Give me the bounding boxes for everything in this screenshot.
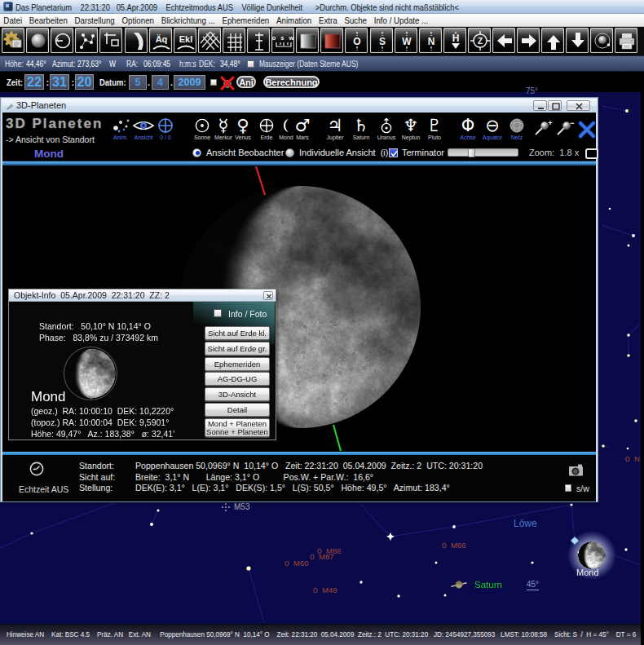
mauszeiger-checkbox[interactable] — [247, 60, 254, 68]
toolbar-button-time[interactable] — [51, 28, 73, 53]
planet-uranus[interactable]: Uranus — [373, 117, 400, 141]
date-dot-2: . — [170, 77, 173, 87]
dialog-button-detail[interactable]: Detail — [205, 403, 270, 417]
toolbar-button-pan-right[interactable] — [517, 28, 540, 53]
menu-item-blickrichtung[interactable]: Blickrichtung ... — [157, 15, 218, 25]
toolbar-button-dir-east[interactable]: O — [345, 28, 368, 53]
radio-individuelle-ansicht-label: Individuelle Ansicht (i) — [299, 148, 388, 157]
toolbar-button-dir-north[interactable]: N — [419, 28, 442, 53]
info-foto-checkbox[interactable] — [214, 309, 222, 317]
sw-checkbox[interactable] — [565, 484, 571, 492]
toolbar-button-ekliptik-grid[interactable]: Ekl — [174, 28, 196, 53]
month-input[interactable]: 4 — [152, 75, 169, 90]
star-15 — [632, 234, 635, 237]
zoom-slider[interactable] — [448, 148, 518, 157]
frame-icon — [100, 29, 123, 54]
menu-item-suche[interactable]: Suche — [341, 15, 370, 25]
time-colon-1: : — [46, 77, 50, 87]
berechnung-button[interactable]: Berechnung — [263, 76, 320, 88]
menu-item-extra[interactable]: Extra — [315, 15, 341, 25]
menu-item-datei[interactable]: Datei — [0, 15, 25, 25]
time-date-bar: Zeit: 22 : 31 : 20 Datum: 5 . 4 . 2009 A… — [0, 72, 644, 92]
toolbar-button-moon-phase[interactable] — [125, 28, 148, 53]
netz-tool[interactable]: Netz — [503, 117, 531, 141]
toolbar-button-zenith[interactable]: Z — [468, 28, 491, 53]
svg-text:Z: Z — [478, 37, 483, 46]
zoom-slider-thumb[interactable] — [468, 148, 475, 157]
toolbar-button-pan-left[interactable] — [492, 28, 515, 53]
status-row-1: Sicht auf:Breite: 3,1° N Länge: 3,1° O P… — [2, 472, 596, 483]
menu-item-bearbeiten[interactable]: Bearbeiten — [25, 15, 71, 25]
planet-pluto[interactable]: ♇Pluto — [421, 117, 448, 141]
maximize-button[interactable] — [548, 100, 562, 111]
toolbar-button-red-dome[interactable] — [320, 28, 343, 53]
toolbar-button-aequator-grid[interactable]: Äq — [149, 28, 172, 53]
menu-item-infoupdate[interactable]: Info / Update ... — [370, 15, 431, 25]
toolbar-button-print[interactable] — [615, 28, 637, 53]
menu-item-darstellung[interactable]: Darstellung — [71, 15, 118, 25]
animation-checkbox[interactable] — [210, 79, 217, 86]
netz-tool-icon — [503, 117, 531, 135]
ani-button[interactable]: Ani — [236, 76, 256, 88]
reset-tool[interactable]: 0 / 0 — [152, 117, 179, 141]
dialog-button-3d-ansicht[interactable]: 3D-Ansicht — [205, 387, 270, 401]
toolbar-button-net-diagonal[interactable] — [198, 28, 221, 53]
status-row-2-label: Stellung: — [79, 483, 112, 493]
second-input[interactable]: 20 — [75, 74, 94, 90]
window-title: 3D-Planeten — [16, 100, 66, 110]
day-input[interactable]: 5 — [129, 75, 147, 90]
terminator-checkbox[interactable] — [389, 148, 398, 157]
toolbar-button-horizon-down[interactable]: H — [443, 28, 466, 53]
planet-pluto-label: Pluto — [421, 135, 448, 141]
radio-ansicht-beobachter[interactable] — [192, 148, 201, 157]
toolbar-button-settings[interactable] — [2, 28, 24, 53]
toolbar-button-orbit-view[interactable] — [590, 28, 613, 53]
aequator-tool[interactable]: ⊖Äquator — [479, 117, 506, 141]
close-button[interactable] — [567, 100, 590, 111]
constellation-line-10 — [602, 225, 633, 236]
zoom-out-tool[interactable]: − — [550, 119, 578, 142]
menu-item-animation[interactable]: Animation — [273, 15, 315, 25]
toolbar-button-horizon-pole[interactable] — [247, 28, 270, 53]
dialog-close-button[interactable] — [263, 291, 273, 300]
toolbar-button-planet-sphere[interactable] — [26, 28, 49, 53]
planet-saturn[interactable]: ♄Saturn — [347, 117, 375, 141]
zoom-level-text: Zoom: 1.8 x — [529, 148, 579, 157]
minute-input[interactable]: 31 — [50, 74, 69, 90]
toolbar-button-dir-west[interactable]: W — [395, 28, 417, 53]
dialog-button-ag-dg-ug[interactable]: AG-DG-UG — [205, 372, 270, 386]
dialog-title-bar[interactable]: Objekt-Info 05.Apr.2009 22:31:20 ZZ: 2 — [9, 289, 276, 302]
menu-item-optionen[interactable]: Optionen — [118, 15, 157, 25]
toolbar-button-pan-down[interactable] — [566, 28, 589, 53]
fullscreen-icon[interactable] — [585, 148, 598, 159]
menu-item-ephemeriden[interactable]: Ephemeriden — [218, 15, 273, 25]
constellation-line-1 — [32, 503, 114, 533]
minimize-button[interactable] — [533, 100, 547, 111]
toolbar-button-compass-ribbon[interactable]: o s w — [271, 28, 294, 53]
app-title: Das Planetarium 22:31:20 05.Apr.2009 Ech… — [15, 2, 459, 12]
achse-tool[interactable]: ΦAchse — [454, 117, 482, 141]
year-input[interactable]: 2009 — [174, 75, 205, 90]
planet-mars-label: Mars — [289, 135, 316, 141]
stop-icon[interactable] — [219, 75, 236, 91]
svg-text:S: S — [378, 36, 385, 47]
toolbar-button-constellation[interactable] — [75, 28, 98, 53]
hour-input[interactable]: 22 — [24, 74, 44, 90]
dialog-button-sicht-auf-erde-kl-[interactable]: Sicht auf Erde kl. — [205, 326, 270, 340]
close-3d-icon[interactable] — [576, 120, 598, 139]
toolbar-button-pan-up[interactable] — [541, 28, 564, 53]
dialog-button-ephemeriden[interactable]: Ephemeriden — [205, 357, 270, 371]
toolbar-button-frame[interactable] — [99, 28, 122, 53]
dialog-button-mond-sonne-planeten[interactable]: Mond + PlanetenSonne + Planeten — [205, 418, 270, 437]
window-title-bar[interactable]: 3D-Planeten — [2, 99, 597, 113]
angle-label-45: 45° — [527, 580, 539, 590]
planet-jupiter[interactable]: ♃Jupiter — [321, 117, 349, 141]
dialog-button-sicht-auf-erde-gr-[interactable]: Sicht auf Erde gr. — [205, 342, 270, 356]
toolbar-button-dome-gradient[interactable] — [296, 28, 319, 53]
toolbar-button-grid[interactable] — [223, 28, 245, 53]
camera-icon[interactable] — [568, 464, 584, 476]
radio-individuelle-ansicht[interactable] — [285, 148, 294, 157]
planet-mars[interactable]: ♂Mars — [289, 117, 316, 141]
toolbar-button-dir-south[interactable]: S — [370, 28, 393, 53]
star-2 — [150, 523, 153, 526]
